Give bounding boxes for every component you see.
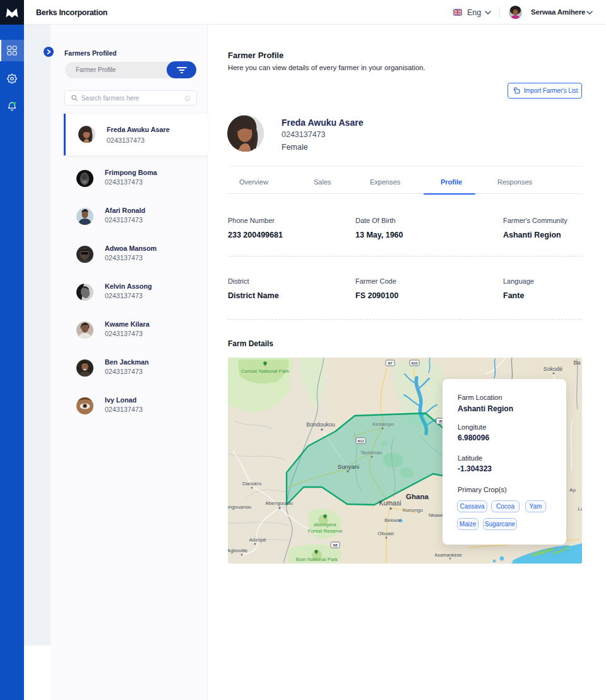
- svg-text:Konongo: Konongo: [403, 507, 424, 513]
- svg-text:N7: N7: [388, 361, 392, 365]
- svg-text:Lo: Lo: [578, 506, 582, 512]
- svg-text:Ap: Ap: [569, 487, 576, 493]
- svg-text:Obuasi: Obuasi: [377, 531, 394, 536]
- svg-text:Kintampo: Kintampo: [372, 421, 394, 427]
- svg-text:ongouanou: ongouanou: [228, 504, 251, 510]
- svg-text:Forest Reserve: Forest Reserve: [308, 528, 343, 534]
- svg-text:Bekwai: Bekwai: [384, 517, 401, 523]
- svg-text:Daoukro: Daoukro: [242, 481, 262, 486]
- svg-text:N10: N10: [411, 361, 417, 365]
- svg-text:Kumasi: Kumasi: [379, 499, 401, 507]
- svg-text:Boin National Park: Boin National Park: [296, 557, 338, 562]
- svg-text:Abengourou: Abengourou: [265, 500, 293, 506]
- svg-text:N12: N12: [357, 439, 364, 443]
- svg-text:Aboniyere: Aboniyere: [314, 522, 337, 528]
- svg-text:Techiman: Techiman: [360, 450, 382, 456]
- svg-text:IR: IR: [439, 419, 443, 423]
- svg-text:Asamankese: Asamankese: [434, 552, 461, 558]
- svg-text:Ghana: Ghana: [406, 493, 429, 500]
- svg-text:N8: N8: [333, 543, 337, 547]
- svg-text:Bondoukou: Bondoukou: [306, 421, 335, 428]
- svg-text:Sunyani: Sunyani: [338, 463, 359, 470]
- svg-text:Sokodé: Sokodé: [544, 366, 563, 372]
- svg-text:Comoé National Park: Comoé National Park: [241, 368, 290, 374]
- svg-text:Agboville: Agboville: [228, 548, 248, 553]
- svg-text:Adzopé: Adzopé: [249, 537, 266, 543]
- svg-text:Ba: Ba: [573, 359, 580, 366]
